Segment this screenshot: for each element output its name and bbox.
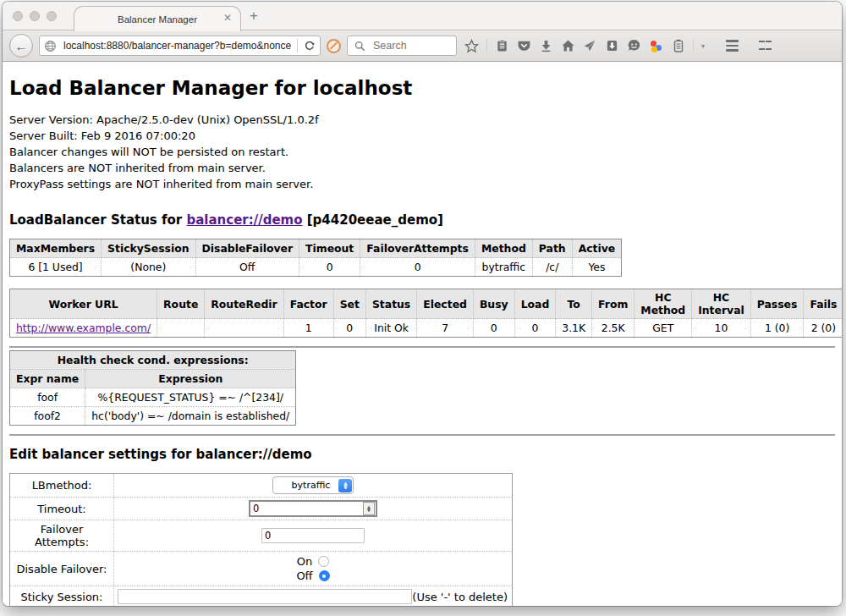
proxypass-notice-line: ProxyPass settings are NOT inherited fro…: [9, 176, 835, 192]
server-built-line: Server Built: Feb 9 2016 07:00:20: [9, 128, 835, 144]
cell-to: 3.1K: [556, 319, 592, 338]
zoom-window-button[interactable]: [47, 11, 57, 21]
timeout-input[interactable]: [251, 502, 363, 515]
failover-off-radio[interactable]: [319, 570, 330, 581]
balancer-status-table: MaxMembers StickySession DisableFailover…: [9, 239, 622, 277]
save-page-icon[interactable]: [605, 39, 619, 53]
disable-failover-label: Disable Failover:: [10, 552, 114, 586]
page-content: Load Balancer Manager for localhost Serv…: [3, 62, 842, 606]
col-expression: Expression: [85, 370, 296, 388]
cell-busy: 0: [473, 319, 514, 338]
server-info: Server Version: Apache/2.5.0-dev (Unix) …: [9, 112, 835, 192]
col-path: Path: [532, 239, 572, 258]
worker-table-header-row: Worker URL Route RouteRedir Factor Set S…: [10, 289, 843, 319]
inherit-notice-line: Balancers are NOT inherited from main se…: [9, 160, 835, 176]
tab-groups-icon[interactable]: [758, 39, 772, 53]
select-stepper-icon: ▲▼: [338, 479, 352, 492]
balancer-settings-form: LBmethod: bytraffic ▲▼ Timeout: ▲▼: [9, 473, 513, 606]
timeout-input-wrap: ▲▼: [249, 500, 377, 517]
col-worker-url: Worker URL: [10, 289, 157, 319]
browser-tab[interactable]: Balancer Manager ✕: [74, 6, 241, 31]
radio-on-label: On: [297, 555, 312, 568]
site-identity-globe-icon[interactable]: [43, 39, 58, 53]
window-controls: [13, 11, 57, 21]
cell-route: [157, 319, 205, 338]
col-elected: Elected: [417, 289, 474, 319]
bookmark-star-icon[interactable]: [464, 39, 479, 53]
timeout-label: Timeout:: [10, 498, 114, 520]
search-input[interactable]: [371, 39, 447, 52]
lbmethod-label: LBmethod:: [10, 474, 114, 498]
close-window-button[interactable]: [13, 11, 23, 21]
balancer-demo-link[interactable]: balancer://demo: [186, 212, 302, 228]
cell-status: Init Ok: [365, 319, 416, 338]
toolbar-separator: [693, 39, 694, 52]
cell-maxmembers: 6 [1 Used]: [10, 258, 102, 277]
health-table-row: foof2 hc('body') =~ /domain is establish…: [10, 407, 296, 426]
cell-expr-name: foof2: [10, 407, 85, 426]
new-tab-button[interactable]: +: [250, 8, 258, 23]
health-table-title-row: Health check cond. expressions:: [10, 351, 296, 370]
col-status: Status: [365, 289, 416, 319]
battery-icon[interactable]: [671, 39, 685, 53]
sticky-session-hint: (Use '-' to delete): [412, 591, 510, 603]
send-plane-icon[interactable]: [583, 39, 597, 53]
col-set: Set: [333, 289, 365, 319]
overflow-caret-icon[interactable]: ▾: [701, 42, 705, 50]
cell-method: bytraffic: [475, 258, 532, 277]
urlbar-separator: [297, 39, 298, 52]
cell-failoverattempts: 0: [360, 258, 475, 277]
cell-factor: 1: [283, 319, 333, 338]
toolbar-icons: ▾: [464, 39, 772, 53]
col-hc-method: HC Method: [634, 289, 692, 319]
search-icon: [353, 39, 367, 53]
timeout-row: Timeout: ▲▼: [10, 498, 513, 520]
failover-attempts-input[interactable]: [261, 528, 365, 543]
number-spinner-icon[interactable]: ▲▼: [363, 502, 375, 515]
col-passes: Passes: [750, 289, 804, 319]
search-bar[interactable]: [347, 36, 457, 56]
cell-elected: 7: [417, 319, 474, 338]
reload-icon[interactable]: [302, 39, 316, 53]
tab-title: Balancer Manager: [118, 14, 197, 25]
col-load: Load: [514, 289, 556, 319]
cell-stickysession: (None): [102, 258, 195, 277]
cell-active: Yes: [572, 258, 622, 277]
tab-close-icon[interactable]: ✕: [223, 12, 232, 24]
home-icon[interactable]: [561, 39, 575, 53]
failover-on-radio[interactable]: [318, 556, 329, 567]
lbmethod-select[interactable]: bytraffic ▲▼: [272, 476, 354, 494]
reading-list-icon[interactable]: [495, 39, 509, 53]
health-table-title: Health check cond. expressions:: [10, 351, 296, 370]
cell-hc-method: GET: [634, 319, 692, 338]
lbmethod-row: LBmethod: bytraffic ▲▼: [10, 474, 513, 498]
col-hc-interval: HC Interval: [692, 289, 751, 319]
content-blocked-icon[interactable]: [327, 39, 341, 53]
col-route: Route: [157, 289, 205, 319]
menu-hamburger-icon[interactable]: [725, 39, 739, 53]
col-from: From: [592, 289, 634, 319]
extensions-dots-icon[interactable]: [649, 39, 663, 53]
cell-path: /c/: [532, 258, 572, 277]
pocket-icon[interactable]: [517, 39, 531, 53]
url-input[interactable]: [62, 39, 293, 52]
col-to: To: [556, 289, 592, 319]
page-title: Load Balancer Manager for localhost: [9, 77, 835, 99]
cell-set: 0: [333, 319, 365, 338]
downloads-icon[interactable]: [539, 39, 553, 53]
back-button[interactable]: ←: [9, 34, 33, 58]
worker-url-link[interactable]: http://www.example.com/: [16, 322, 151, 334]
failover-attempts-row: Failover Attempts:: [10, 520, 513, 552]
cell-from: 2.5K: [592, 319, 634, 338]
balancer-table-row: 6 [1 Used] (None) Off 0 0 bytraffic /c/ …: [10, 258, 622, 277]
loadbalancer-status-heading: LoadBalancer Status for balancer://demo …: [9, 212, 835, 228]
minimize-window-button[interactable]: [30, 11, 40, 21]
navigation-toolbar: ←: [3, 30, 842, 62]
tab-strip: Balancer Manager ✕ +: [3, 2, 842, 30]
hello-smiley-icon[interactable]: [627, 39, 641, 53]
col-busy: Busy: [473, 289, 514, 319]
radio-off-label: Off: [296, 569, 312, 582]
url-bar[interactable]: [39, 36, 321, 56]
col-disablefailover: DisableFailover: [195, 239, 299, 258]
sticky-session-input[interactable]: [118, 589, 412, 604]
